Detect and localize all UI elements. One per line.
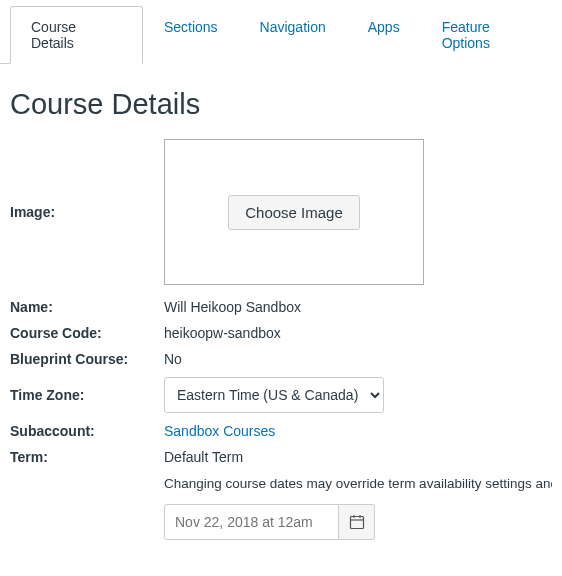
svg-rect-0 xyxy=(350,516,363,528)
course-settings-form: Image: Choose Image Name: Will Heikoop S… xyxy=(0,139,562,540)
label-course-code: Course Code: xyxy=(10,325,164,341)
value-name: Will Heikoop Sandbox xyxy=(164,299,552,315)
label-term: Term: xyxy=(10,449,164,465)
calendar-icon xyxy=(349,514,365,530)
value-course-code: heikoopw-sandbox xyxy=(164,325,552,341)
label-time-zone: Time Zone: xyxy=(10,387,164,403)
tab-bar: Course Details Sections Navigation Apps … xyxy=(0,6,562,64)
tab-sections[interactable]: Sections xyxy=(143,6,239,64)
label-image: Image: xyxy=(10,204,164,220)
label-blueprint: Blueprint Course: xyxy=(10,351,164,367)
subaccount-link[interactable]: Sandbox Courses xyxy=(164,423,552,439)
choose-image-button[interactable]: Choose Image xyxy=(228,195,360,230)
value-term: Default Term xyxy=(164,449,552,465)
value-blueprint: No xyxy=(164,351,552,367)
tab-feature-options[interactable]: Feature Options xyxy=(421,6,562,64)
start-date-input[interactable] xyxy=(164,504,339,540)
dates-note: Changing course dates may override term … xyxy=(164,475,552,494)
page-title: Course Details xyxy=(10,88,552,121)
label-name: Name: xyxy=(10,299,164,315)
image-dropzone[interactable]: Choose Image xyxy=(164,139,424,285)
tab-navigation[interactable]: Navigation xyxy=(239,6,347,64)
tab-course-details[interactable]: Course Details xyxy=(10,6,143,64)
label-subaccount: Subaccount: xyxy=(10,423,164,439)
date-picker-button[interactable] xyxy=(339,504,375,540)
time-zone-select[interactable]: Eastern Time (US & Canada) ( xyxy=(164,377,384,413)
tab-apps[interactable]: Apps xyxy=(347,6,421,64)
